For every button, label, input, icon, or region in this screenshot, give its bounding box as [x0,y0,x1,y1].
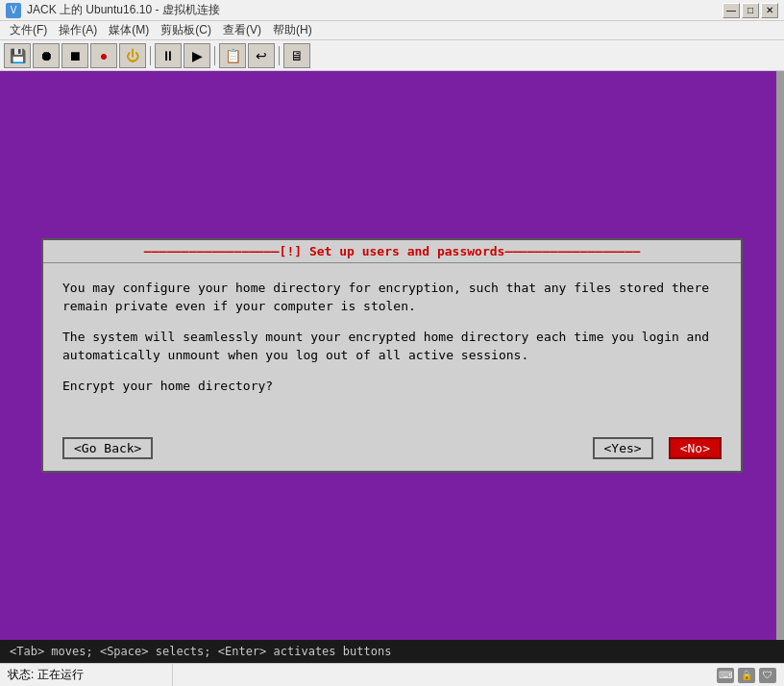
setup-dialog: ——————————————————[!] Set up users and p… [41,238,743,474]
scrollbar-hint [776,71,784,640]
toolbar-pause[interactable]: ⏸ [155,43,182,68]
toolbar-monitor[interactable]: 🖥 [283,43,310,68]
status-left: 状态: 正在运行 [0,664,173,686]
close-button[interactable]: ✕ [761,3,778,18]
vm-status-bar: <Tab> moves; <Space> selects; <Enter> ac… [0,640,784,663]
toolbar-red[interactable]: ● [90,43,117,68]
toolbar-stop[interactable]: ⏹ [61,43,88,68]
toolbar-separator-3 [279,46,280,65]
menu-file[interactable]: 文件(F) [4,20,53,40]
dialog-buttons: <Go Back> <Yes> <No> [43,429,741,471]
title-bar: V JACK 上的 Ubuntu16.10 - 虚拟机连接 — □ ✕ [0,0,784,21]
toolbar-separator-2 [214,46,215,65]
window-title: JACK 上的 Ubuntu16.10 - 虚拟机连接 [27,2,717,18]
menu-media[interactable]: 媒体(M) [103,20,155,40]
dialog-body: You may configure your home directory fo… [43,263,741,430]
yes-button[interactable]: <Yes> [593,437,653,459]
window-status-bar: 状态: 正在运行 ⌨ 🔒 🛡 [0,663,784,686]
status-value: 正在运行 [37,667,84,683]
toolbar-power[interactable]: ⏻ [119,43,146,68]
dialog-paragraph1: You may configure your home directory fo… [62,279,722,316]
toolbar-play[interactable]: ▶ [184,43,210,68]
minimize-button[interactable]: — [723,3,740,18]
vm-status-text: <Tab> moves; <Space> selects; <Enter> ac… [10,645,391,658]
dialog-question: Encrypt your home directory? [62,377,722,396]
keyboard-icon: ⌨ [717,668,734,683]
vm-display: ——————————————————[!] Set up users and p… [0,71,784,640]
toolbar-record[interactable]: ⏺ [33,43,60,68]
no-button[interactable]: <No> [669,437,722,459]
menu-action[interactable]: 操作(A) [53,20,103,40]
toolbar-save[interactable]: 💾 [4,43,31,68]
toolbar: 💾 ⏺ ⏹ ● ⏻ ⏸ ▶ 📋 ↩ 🖥 [0,40,784,71]
maximize-button[interactable]: □ [742,3,759,18]
go-back-button[interactable]: <Go Back> [62,437,153,459]
window-controls: — □ ✕ [723,3,778,18]
menu-bar: 文件(F) 操作(A) 媒体(M) 剪贴板(C) 查看(V) 帮助(H) [0,21,784,40]
dialog-paragraph2: The system will seamlessly mount your en… [62,328,722,365]
dialog-title: ——————————————————[!] Set up users and p… [43,240,741,263]
shield-icon: 🛡 [759,668,776,683]
status-right: ⌨ 🔒 🛡 [709,668,784,683]
toolbar-separator-1 [150,46,151,65]
window-icon: V [6,3,21,18]
menu-view[interactable]: 查看(V) [217,20,267,40]
lock-icon: 🔒 [738,668,755,683]
toolbar-clipboard[interactable]: 📋 [219,43,246,68]
menu-clipboard[interactable]: 剪贴板(C) [155,20,217,40]
toolbar-undo[interactable]: ↩ [248,43,275,68]
status-label: 状态: [8,667,34,683]
menu-help[interactable]: 帮助(H) [267,20,318,40]
